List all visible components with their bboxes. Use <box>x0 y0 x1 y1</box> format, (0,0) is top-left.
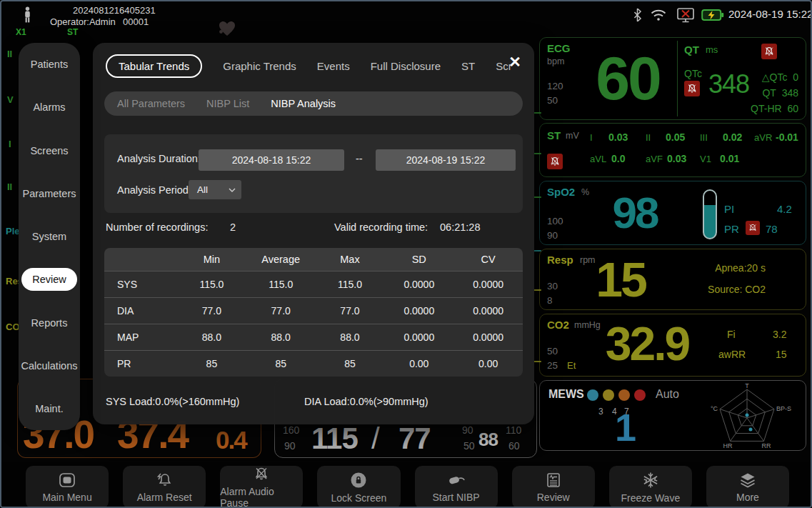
ecg-panel[interactable]: ECG bpm 120 50 60 QT ms QTc 348 △QTc 0 Q… <box>539 37 806 120</box>
patient-id: 2024081216405231 <box>73 5 156 16</box>
review-dialog: Tabular Trends Graphic Trends Events Ful… <box>93 43 534 424</box>
review-button[interactable]: Review <box>512 466 595 508</box>
pi-value: 4.2 <box>777 203 792 215</box>
nibp-pr-high: 90 <box>462 424 473 436</box>
ecg-low-limit: 50 <box>547 95 558 106</box>
sidebar-item-calculations[interactable]: Calculations <box>19 354 80 377</box>
qtc-label: QTc <box>684 68 702 79</box>
co2-panel[interactable]: CO2 mmHg 50 25 Et 32.9 Fi 3.2 awRR 15 <box>539 314 806 377</box>
table-row-sys: SYS 115.0 115.0 115.0 0.0000 0.0000 <box>104 271 523 297</box>
subtab-nibp-analysis[interactable]: NIBP Analysis <box>271 98 336 109</box>
st-lead-i: I <box>590 132 593 143</box>
st-label: ST <box>547 129 561 141</box>
cell: 0.0000 <box>384 332 453 343</box>
col-average: Average <box>246 254 316 265</box>
qt-hr-label: QT-HR <box>751 103 782 114</box>
tab-full-disclosure[interactable]: Full Disclosure <box>371 60 441 72</box>
review-subtabs: All Parameters NIBP List NIBP Analysis <box>104 91 523 116</box>
table-row-map: MAP 88.0 88.0 88.0 0.0000 0.0000 <box>104 324 523 350</box>
sidebar-item-screens[interactable]: Screens <box>19 139 80 162</box>
qt-alarm-off-icon[interactable] <box>761 44 777 59</box>
ecg-unit: bpm <box>547 56 564 66</box>
close-icon[interactable]: ✕ <box>506 53 524 71</box>
sidebar-item-parameters[interactable]: Parameters <box>19 182 80 205</box>
tab-st[interactable]: ST <box>461 60 475 72</box>
alarm-audio-pause-button[interactable]: Alarm Audio Pause <box>220 466 303 508</box>
cell: 0.00 <box>384 358 453 369</box>
st-value-ii: 0.05 <box>666 131 685 143</box>
wifi-icon <box>650 9 667 21</box>
analysis-period-select[interactable]: All <box>189 180 241 199</box>
datetime: 2024-08-19 15:22 <box>728 8 812 20</box>
perfusion-bar <box>703 189 717 239</box>
qtc-alarm-off-icon[interactable] <box>684 81 700 96</box>
resp-label: Resp <box>547 254 573 266</box>
cell: 0.0000 <box>384 305 453 317</box>
duration-separator: -- <box>356 153 363 164</box>
mews-panel[interactable]: MEWS 3 4 7 Auto 1 T BP-S RR HR <box>539 380 806 451</box>
mews-radar-chart: T BP-S RR HR °C <box>701 384 793 449</box>
st-lead-avf: aVF <box>646 154 663 164</box>
wave-label-ii-2: II <box>7 181 12 192</box>
resp-low-limit: 8 <box>547 295 553 306</box>
cell: 0.0000 <box>453 332 523 343</box>
st-value-v1: 0.01 <box>720 153 739 164</box>
nibp-pr-low: 50 <box>463 440 475 452</box>
co2-low-limit: 25 <box>547 360 558 371</box>
wave-fragment <box>533 112 541 114</box>
nibp-analysis-table: Min Average Max SD CV SYS 115.0 115.0 11… <box>104 248 523 377</box>
cell: 0.0000 <box>453 305 523 317</box>
row-label: SYS <box>104 279 177 290</box>
tab-graphic-trends[interactable]: Graphic Trends <box>223 60 296 72</box>
analysis-end-button[interactable]: 2024-08-19 15:22 <box>376 149 516 171</box>
subtab-all-parameters[interactable]: All Parameters <box>117 98 185 109</box>
valid-time-value: 06:21:28 <box>440 221 480 233</box>
st-lead-ii: II <box>646 132 651 143</box>
cell: 88.0 <box>177 332 246 343</box>
sidebar-item-maint[interactable]: Maint. <box>19 397 80 420</box>
st-alarm-off-icon[interactable] <box>547 154 563 169</box>
spo2-panel[interactable]: SpO2 % 100 90 98 PI 4.2 PR 78 <box>539 181 806 245</box>
radar-label-temp: °C <box>711 405 718 412</box>
fi-value: 3.2 <box>773 329 786 340</box>
spo2-low-limit: 90 <box>547 230 558 241</box>
start-nibp-button[interactable]: Start NIBP <box>415 466 498 508</box>
qt-unit: ms <box>706 44 718 55</box>
layers-icon <box>739 472 756 488</box>
alarm-audio-pause-label: Alarm Audio Pause <box>220 486 303 508</box>
tab-tabular-trends[interactable]: Tabular Trends <box>106 54 202 78</box>
sidebar-item-reports[interactable]: Reports <box>19 312 80 334</box>
spo2-unit: % <box>581 187 589 197</box>
nibp-sys-value: 115 <box>311 422 358 456</box>
subtab-nibp-list[interactable]: NIBP List <box>206 98 249 109</box>
cell: 0.0000 <box>453 279 523 290</box>
st-panel[interactable]: ST mV I 0.03 II 0.05 III 0.02 aVR -0.01 … <box>539 123 806 177</box>
analysis-start-button[interactable]: 2024-08-18 15:22 <box>199 149 344 171</box>
cell: 88.0 <box>246 332 316 343</box>
freeze-wave-button[interactable]: Freeze Wave <box>609 466 692 508</box>
sidebar-item-patients[interactable]: Patients <box>19 53 80 76</box>
spo2-label: SpO2 <box>547 186 575 198</box>
mews-threshold-1: 3 <box>598 407 603 417</box>
alarm-reset-button[interactable]: Alarm Reset <box>123 466 206 508</box>
sidebar-item-alarms[interactable]: Alarms <box>19 96 80 119</box>
resp-panel[interactable]: Resp rpm 30 8 15 Apnea:20 s Source: CO2 <box>539 249 806 310</box>
st-lead-avr: aVR <box>754 132 772 143</box>
main-menu-icon <box>59 472 76 488</box>
main-menu-label: Main Menu <box>42 492 91 503</box>
pr-alarm-off-icon[interactable] <box>746 221 760 235</box>
sidebar-item-system[interactable]: System <box>19 225 80 248</box>
operator-label: Operator:Admin <box>50 16 116 27</box>
main-menu-button[interactable]: Main Menu <box>26 466 109 508</box>
radar-label-rr: RR <box>762 442 771 449</box>
analysis-period-label: Analysis Period: <box>117 184 191 196</box>
radar-label-hr: HR <box>723 442 733 449</box>
tab-events[interactable]: Events <box>317 60 350 72</box>
sidebar-item-review[interactable]: Review <box>21 268 77 291</box>
patient-icon[interactable] <box>23 6 32 24</box>
display-alarm-off-icon <box>676 7 696 23</box>
lock-screen-button[interactable]: Lock Screen <box>317 466 400 508</box>
more-button[interactable]: More <box>706 466 789 508</box>
st-lead-iii: III <box>700 132 708 143</box>
cell: 77.0 <box>177 305 246 317</box>
